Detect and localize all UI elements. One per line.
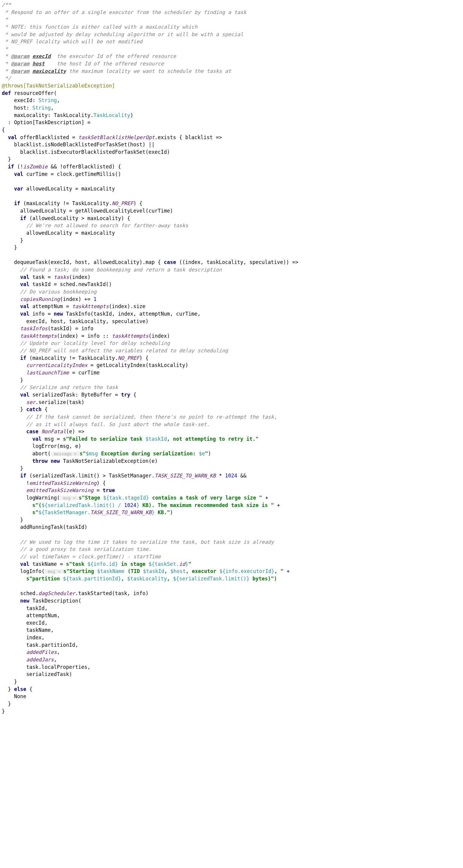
inlay-hint: msg = (60, 496, 79, 500)
code-block: /** * Respond to an offer of a single ex… (0, 0, 463, 716)
doc-comment: /** * Respond to an offer of a single ex… (2, 2, 246, 81)
inlay-hint: msg = (44, 569, 63, 574)
inlay-hint: message = (51, 452, 80, 456)
annotation: @throws[TaskNotSerializableException] (2, 83, 115, 89)
